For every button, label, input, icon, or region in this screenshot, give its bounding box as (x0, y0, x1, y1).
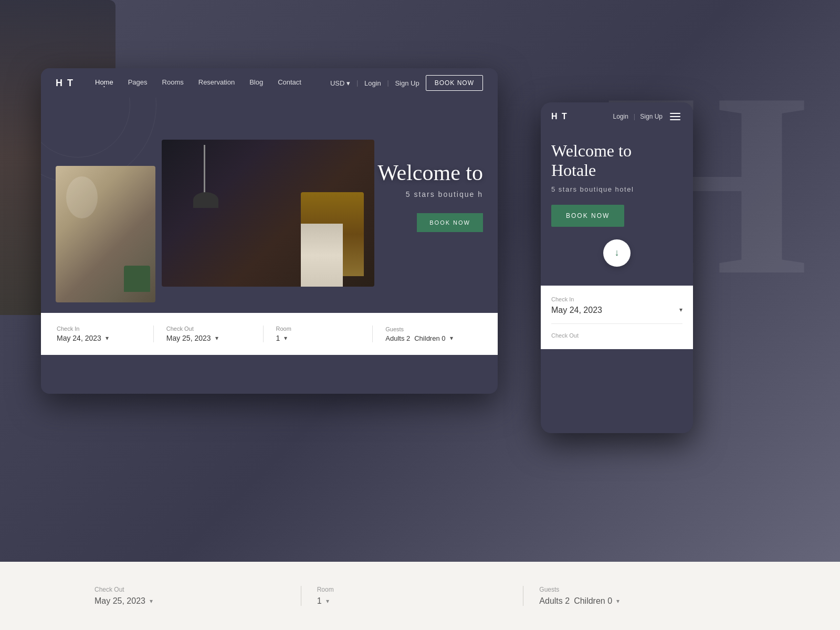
bottom-adults-value: Adults 2 (539, 596, 570, 606)
mobile-checkin-label: Check In (551, 296, 682, 302)
mobile-checkin-value: May 24, 2023 (551, 306, 602, 315)
checkin-dropdown-icon[interactable]: ▾ (106, 334, 109, 342)
book-now-nav-button[interactable]: BOOK NOW (426, 75, 483, 91)
desktop-booking-bar: Check In May 24, 2023 ▾ Check Out May 25… (41, 313, 498, 355)
desktop-nav-right: USD ▾ | Login | Sign Up BOOK NOW (330, 75, 483, 91)
bottom-guests-label: Guests (539, 586, 730, 593)
bottom-booking-bar: Check Out May 25, 2023 ▾ Room 1 ▾ Guests… (0, 562, 840, 630)
bottom-checkout-field: Check Out May 25, 2023 ▾ (94, 586, 301, 606)
bottom-guests-value-row: Adults 2 Children 0 ▾ (539, 596, 730, 606)
checkin-field: Check In May 24, 2023 ▾ (57, 326, 154, 342)
scroll-down-area: ↓ (541, 239, 693, 286)
guests-field: Guests Adults 2 Children 0 ▾ (373, 326, 482, 342)
desktop-browser-window: H T Home Pages Rooms Reservation Blog Co… (41, 68, 498, 394)
mobile-navbar: H T Login | Sign Up (541, 102, 693, 131)
nav-item-reservation[interactable]: Reservation (198, 77, 235, 89)
mobile-checkin-dropdown-icon[interactable]: ▾ (679, 306, 682, 314)
hero-image-bedroom (162, 140, 374, 287)
hero-subtitle: 5 stars boutique h (377, 190, 483, 198)
mobile-nav-divider: | (634, 113, 635, 121)
checkin-value: May 24, 2023 (57, 334, 101, 342)
desktop-logo: H T (56, 78, 74, 89)
bottom-room-value-row: 1 ▾ (317, 596, 508, 606)
checkout-value-row: May 25, 2023 ▾ (166, 334, 250, 342)
desktop-hero: Welcome to 5 stars boutique h BOOK NOW C… (41, 98, 498, 355)
hero-text-area: Welcome to 5 stars boutique h BOOK NOW (377, 161, 483, 232)
nav-item-contact[interactable]: Contact (278, 77, 301, 89)
checkout-field: Check Out May 25, 2023 ▾ (154, 326, 264, 342)
mobile-hero-title: Welcome to Hotale (551, 141, 682, 180)
room-dropdown-icon[interactable]: ▾ (284, 334, 287, 342)
checkin-label: Check In (57, 326, 141, 332)
lamp-head (193, 192, 218, 208)
checkout-value: May 25, 2023 (166, 334, 211, 342)
guests-value-row: Adults 2 Children 0 ▾ (385, 334, 469, 342)
login-button[interactable]: Login (364, 79, 381, 87)
checkout-label: Check Out (166, 326, 250, 332)
hamburger-menu-button[interactable] (668, 111, 682, 122)
bottom-checkout-label: Check Out (94, 586, 285, 593)
green-chair-decoration (124, 266, 150, 292)
mobile-checkin-row[interactable]: May 24, 2023 ▾ (551, 306, 682, 324)
mobile-login-button[interactable]: Login (613, 113, 628, 120)
guests-label: Guests (385, 326, 469, 332)
bottom-room-field: Room 1 ▾ (301, 586, 524, 606)
room-label: Room (276, 326, 360, 332)
mobile-phone-mockup: H T Login | Sign Up Welcome to Hotale 5 … (541, 102, 693, 433)
bottom-checkout-value: May 25, 2023 (94, 596, 145, 606)
bottom-checkout-dropdown-icon[interactable]: ▾ (150, 597, 153, 605)
bottom-room-value: 1 (317, 596, 322, 606)
desktop-navbar: H T Home Pages Rooms Reservation Blog Co… (41, 68, 498, 98)
currency-selector[interactable]: USD ▾ (330, 79, 350, 87)
lamp-pole (204, 145, 205, 197)
children-value: Children 0 (414, 334, 445, 342)
mobile-hero: Welcome to Hotale 5 stars boutique hotel… (541, 131, 693, 239)
checkin-value-row: May 24, 2023 ▾ (57, 334, 141, 342)
nav-divider: | (356, 79, 358, 87)
bottom-checkout-value-row: May 25, 2023 ▾ (94, 596, 285, 606)
bottom-children-value: Children 0 (574, 596, 612, 606)
hero-book-now-button[interactable]: BOOK NOW (417, 213, 483, 232)
room-field: Room 1 ▾ (264, 326, 373, 342)
hero-title: Welcome to (377, 161, 483, 185)
signup-button[interactable]: Sign Up (395, 79, 419, 87)
mobile-logo: H T (551, 112, 613, 121)
desktop-nav-links: Home Pages Rooms Reservation Blog Contac… (95, 77, 330, 89)
room-value: 1 (276, 334, 280, 342)
hamburger-line-1 (670, 113, 680, 114)
nav-divider-2: | (387, 79, 389, 87)
bottom-guests-dropdown-icon[interactable]: ▾ (616, 597, 620, 605)
mobile-book-now-button[interactable]: BOOK NOW (551, 205, 624, 227)
scroll-down-button[interactable]: ↓ (603, 239, 631, 267)
mobile-nav-right: Login | Sign Up (613, 111, 682, 122)
nav-item-rooms[interactable]: Rooms (162, 77, 184, 89)
adults-value: Adults 2 (385, 334, 410, 342)
scroll-down-arrow-icon: ↓ (615, 247, 620, 258)
mobile-checkout-label: Check Out (551, 332, 682, 339)
hamburger-line-3 (670, 119, 680, 120)
room-value-row: 1 ▾ (276, 334, 360, 342)
bottom-guests-field: Guests Adults 2 Children 0 ▾ (523, 586, 746, 606)
hero-image-room (56, 166, 155, 302)
guests-dropdown-icon[interactable]: ▾ (450, 334, 453, 342)
bottom-room-label: Room (317, 586, 508, 593)
checkout-dropdown-icon[interactable]: ▾ (215, 334, 218, 342)
mobile-signup-button[interactable]: Sign Up (640, 113, 663, 120)
nav-item-blog[interactable]: Blog (249, 77, 263, 89)
nav-item-home[interactable]: Home (95, 77, 113, 89)
mobile-hero-subtitle: 5 stars boutique hotel (551, 185, 682, 193)
hamburger-line-2 (670, 116, 680, 117)
nav-item-pages[interactable]: Pages (128, 77, 148, 89)
mobile-booking-section: Check In May 24, 2023 ▾ Check Out (541, 286, 693, 349)
bottom-room-dropdown-icon[interactable]: ▾ (326, 597, 329, 605)
